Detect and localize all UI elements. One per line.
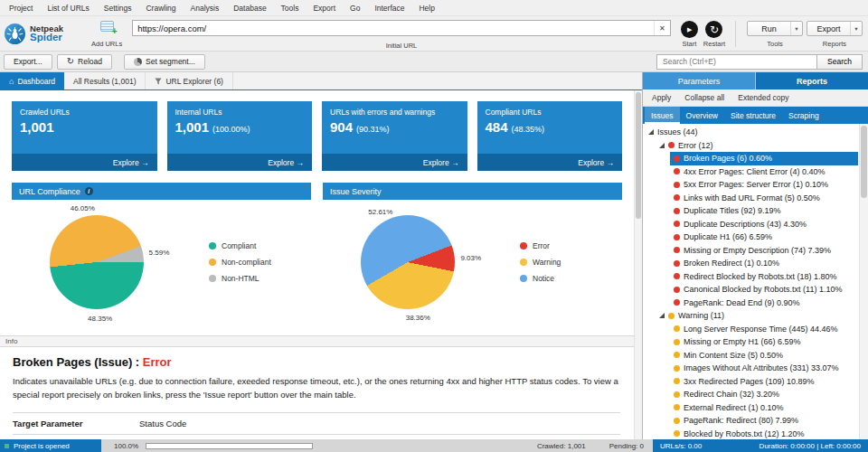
- tab-all-results-1-001[interactable]: All Results (1,001): [64, 72, 146, 89]
- severity-dot: [674, 365, 680, 372]
- tree-item-pagerank-redirect-80-7-99[interactable]: PageRank: Redirect (80) 7.99%: [670, 414, 858, 428]
- export-button[interactable]: Export ▼: [807, 21, 863, 36]
- tree-item-missing-or-empty-h1-66-6-59[interactable]: Missing or Empty H1 (66) 6.59%: [670, 335, 858, 349]
- severity-dot: [674, 273, 680, 279]
- panel-action-extended-copy[interactable]: Extended copy: [738, 93, 788, 102]
- legend-label: Non-HTML: [222, 274, 259, 283]
- panel-subtabs: IssuesOverviewSite structureScraping: [643, 107, 868, 124]
- panel-action-collapse-all[interactable]: Collapse all: [684, 93, 724, 102]
- tree-item-5xx-error-pages-server-error-1-0-10[interactable]: 5xx Error Pages: Server Error (1) 0.10%: [670, 178, 858, 192]
- menu-item-settings[interactable]: Settings: [97, 4, 139, 13]
- issue-severity: Error: [143, 355, 172, 369]
- initial-url-input[interactable]: [133, 21, 654, 35]
- explore-button[interactable]: Explore →: [12, 154, 157, 171]
- menu-item-tools[interactable]: Tools: [274, 4, 307, 13]
- info-icon[interactable]: i: [85, 187, 93, 195]
- tab-url-explorer-6[interactable]: URL Explorer (6): [146, 72, 232, 89]
- pie-chart: [50, 215, 144, 309]
- tree-item-label: Images Without Alt Attributes (331) 33.0…: [684, 363, 839, 372]
- restart-button[interactable]: ↻: [705, 21, 722, 38]
- chevron-down-icon[interactable]: ▼: [790, 22, 802, 35]
- search-button[interactable]: Search: [817, 54, 863, 70]
- menu-item-crawling[interactable]: Crawling: [138, 4, 183, 13]
- tree-item-external-redirect-1-0-10[interactable]: External Redirect (1) 0.10%: [670, 401, 858, 415]
- explore-button[interactable]: Explore →: [322, 154, 467, 171]
- menu-item-go[interactable]: Go: [343, 4, 367, 13]
- chart-title: URL Compliance: [19, 187, 80, 196]
- tree-item-min-content-size-5-0-50[interactable]: Min Content Size (5) 0.50%: [670, 349, 858, 363]
- clear-url-button[interactable]: ✕: [654, 21, 670, 35]
- tree-item-duplicate-descriptions-43-4-30[interactable]: Duplicate Descriptions (43) 4.30%: [670, 218, 858, 231]
- main-vertical-scrollbar[interactable]: [634, 90, 642, 439]
- add-urls-icon: [100, 21, 114, 32]
- menu-item-list-of-urls[interactable]: List of URLs: [40, 4, 96, 13]
- tree-item-canonical-blocked-by-robots-txt-11-1-10[interactable]: Canonical Blocked by Robots.txt (11) 1.1…: [670, 283, 858, 297]
- pie-value-label: 9.03%: [460, 253, 481, 261]
- menu-item-database[interactable]: Database: [226, 4, 273, 13]
- export-results-button[interactable]: Export...: [4, 54, 52, 70]
- panel-action-apply[interactable]: Apply: [652, 93, 671, 102]
- severity-dot: [674, 287, 680, 293]
- tree-item-missing-or-empty-description-74-7-39[interactable]: Missing or Empty Description (74) 7.39%: [670, 244, 858, 258]
- severity-dot: [674, 430, 680, 437]
- menu-item-interface[interactable]: Interface: [367, 4, 411, 13]
- explore-button[interactable]: Explore →: [477, 154, 623, 171]
- menu-item-project[interactable]: Project: [2, 4, 40, 13]
- scrollbar-thumb[interactable]: [861, 126, 867, 198]
- set-segment-button[interactable]: Set segment...: [124, 54, 205, 70]
- reports-group-label: Reports: [823, 40, 846, 48]
- action-bar: Export... ↻ Reload Set segment... Search: [0, 52, 868, 72]
- scrollbar-thumb[interactable]: [636, 92, 641, 219]
- tree-item-4xx-error-pages-client-error-4-0-40[interactable]: 4xx Error Pages: Client Error (4) 0.40%: [670, 165, 858, 179]
- tree-item-links-with-bad-url-format-5-0-50[interactable]: Links with Bad URL Format (5) 0.50%: [670, 192, 858, 205]
- tree-root-issues[interactable]: Issues (44): [645, 126, 858, 139]
- explore-button[interactable]: Explore →: [167, 154, 313, 171]
- info-strip-label: Info: [5, 337, 17, 345]
- tree-item-3xx-redirected-pages-109-10-89[interactable]: 3xx Redirected Pages (109) 10.89%: [670, 375, 858, 389]
- param-name-header: Target Parameter: [13, 419, 139, 428]
- panel-subtab-scraping[interactable]: Scraping: [782, 107, 826, 124]
- tree-item-broken-redirect-1-0-10[interactable]: Broken Redirect (1) 0.10%: [670, 257, 858, 270]
- tree-item-label: Missing or Empty Description (74) 7.39%: [684, 246, 831, 255]
- severity-dot: [674, 418, 680, 424]
- tree-item-redirect-chain-32-3-20[interactable]: Redirect Chain (32) 3.20%: [670, 388, 858, 401]
- menu-item-export[interactable]: Export: [306, 4, 343, 13]
- panel-vertical-scrollbar[interactable]: [859, 124, 868, 439]
- tree-group-error-12[interactable]: Error (12): [656, 139, 858, 153]
- reload-button[interactable]: ↻ Reload: [57, 54, 112, 70]
- start-button-group: ▶ Start: [678, 18, 701, 50]
- tree-item-images-without-alt-attributes-331-33-07[interactable]: Images Without Alt Attributes (331) 33.0…: [670, 362, 858, 375]
- run-button[interactable]: Run ▼: [747, 21, 803, 36]
- tree-item-duplicate-h1-66-6-59[interactable]: Duplicate H1 (66) 6.59%: [670, 231, 858, 244]
- add-urls-button[interactable]: Add URLs: [89, 18, 125, 50]
- tree-item-pagerank-dead-end-9-0-90[interactable]: PageRank: Dead End (9) 0.90%: [670, 297, 858, 310]
- segment-icon: [134, 58, 142, 66]
- panel-tab-parameters[interactable]: Parameters: [643, 72, 756, 89]
- reload-icon: ↻: [67, 57, 74, 66]
- legend-label: Non-compliant: [222, 258, 271, 267]
- legend-item-error: Error: [520, 241, 561, 250]
- panel-subtab-site-structure[interactable]: Site structure: [724, 107, 782, 124]
- tree-item-blocked-by-robots-txt-12-1-20[interactable]: Blocked by Robots.txt (12) 1.20%: [670, 428, 858, 440]
- project-status-segment: Project is opened: [0, 439, 101, 452]
- panel-tab-reports[interactable]: Reports: [756, 72, 868, 89]
- tree-item-long-server-response-time-445-44-46[interactable]: Long Server Response Time (445) 44.46%: [670, 323, 858, 336]
- tree-item-duplicate-titles-92-9-19[interactable]: Duplicate Titles (92) 9.19%: [670, 204, 858, 218]
- tab-dashboard[interactable]: ⌂Dashboard: [0, 72, 64, 89]
- start-button[interactable]: ▶: [681, 21, 698, 38]
- card-value-row: 1,001(100.00%): [167, 119, 313, 135]
- tree-item-redirect-blocked-by-robots-txt-18-1-80[interactable]: Redirect Blocked by Robots.txt (18) 1.80…: [670, 270, 858, 284]
- search-group: Search: [656, 54, 863, 70]
- tree-item-label: PageRank: Redirect (80) 7.99%: [684, 416, 798, 425]
- chevron-down-icon[interactable]: ▼: [850, 22, 862, 35]
- panel-subtab-issues[interactable]: Issues: [645, 107, 680, 124]
- legend-item-compliant: Compliant: [209, 241, 271, 250]
- menu-item-help[interactable]: Help: [411, 4, 441, 13]
- tree-item-broken-pages-6-0-60[interactable]: Broken Pages (6) 0.60%: [670, 152, 858, 165]
- search-input[interactable]: [656, 54, 817, 70]
- menu-item-analysis[interactable]: Analysis: [184, 4, 227, 13]
- tab-label: URL Explorer (6): [165, 77, 222, 86]
- panel-subtab-overview[interactable]: Overview: [680, 107, 724, 124]
- tree-group-warning-11[interactable]: Warning (11): [656, 309, 858, 323]
- card-percent: (90.31%): [356, 125, 390, 134]
